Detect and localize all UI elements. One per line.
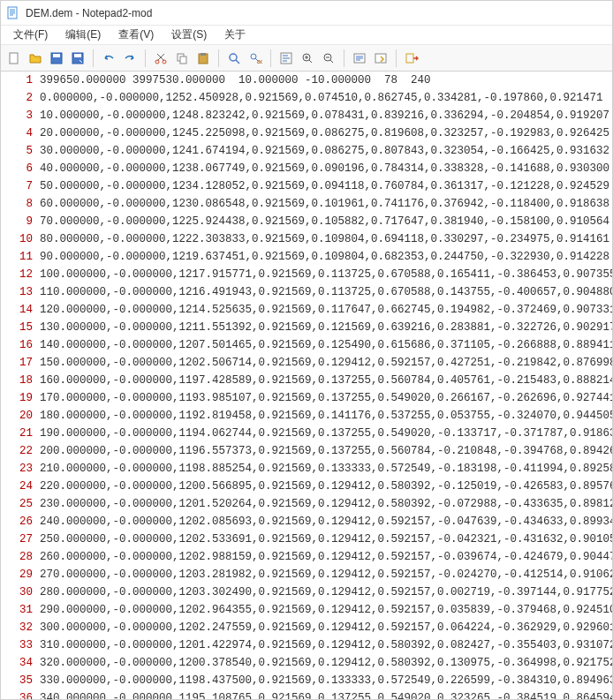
editor-area[interactable]: 1234567891011121314151617181920212223242… — [1, 72, 612, 699]
svg-rect-3 — [53, 54, 60, 57]
code-line[interactable]: 0.000000,-0.000000,1252.450928,0.921569,… — [40, 89, 612, 107]
svg-rect-1 — [10, 53, 18, 64]
line-number: 9 — [1, 213, 33, 230]
scheme-button[interactable] — [350, 49, 369, 68]
line-number: 14 — [1, 301, 33, 319]
paste-button[interactable] — [193, 49, 213, 68]
code-line[interactable]: 230.000000,-0.000000,1201.520264,0.92156… — [40, 495, 612, 513]
titlebar: DEM.dem - Notepad2-mod — [1, 1, 612, 26]
line-number: 26 — [1, 513, 33, 531]
app-icon — [6, 6, 20, 20]
code-line[interactable]: 20.000000,-0.000000,1245.225098,0.921569… — [40, 124, 612, 142]
line-number: 22 — [1, 442, 33, 460]
svg-text:ac: ac — [257, 58, 262, 64]
line-number: 10 — [1, 230, 33, 248]
code-line[interactable]: 340.000000,-0.000000,1195.108765,0.92156… — [40, 689, 612, 699]
line-number: 31 — [1, 601, 33, 619]
menu-file[interactable]: 文件(F) — [4, 26, 57, 44]
line-number: 7 — [1, 177, 33, 195]
code-line[interactable]: 110.000000,-0.000000,1216.491943,0.92156… — [40, 283, 612, 301]
code-line[interactable]: 10.000000,-0.000000,1248.823242,0.921569… — [40, 107, 612, 124]
customize-button[interactable] — [371, 49, 390, 68]
code-line[interactable]: 280.000000,-0.000000,1203.302490,0.92156… — [40, 583, 612, 601]
code-line[interactable]: 220.000000,-0.000000,1200.566895,0.92156… — [40, 478, 612, 495]
code-line[interactable]: 240.000000,-0.000000,1202.085693,0.92156… — [40, 513, 612, 531]
svg-rect-5 — [74, 54, 81, 57]
exit-button[interactable] — [402, 49, 421, 68]
save-as-button[interactable] — [68, 49, 87, 68]
code-line[interactable]: 260.000000,-0.000000,1202.988159,0.92156… — [40, 548, 612, 566]
code-content[interactable]: 399650.000000 3997530.000000 10.000000 -… — [38, 72, 612, 699]
code-line[interactable]: 210.000000,-0.000000,1198.885254,0.92156… — [40, 460, 612, 478]
code-line[interactable]: 90.000000,-0.000000,1219.637451,0.921569… — [40, 248, 612, 266]
code-line[interactable]: 270.000000,-0.000000,1203.281982,0.92156… — [40, 566, 612, 583]
menu-view[interactable]: 查看(V) — [110, 26, 163, 44]
toolbar-separator — [218, 49, 219, 67]
code-line[interactable]: 40.000000,-0.000000,1238.067749,0.921569… — [40, 160, 612, 177]
toolbar: ac — [1, 45, 612, 72]
code-line[interactable]: 50.000000,-0.000000,1234.128052,0.921569… — [40, 177, 612, 195]
code-line[interactable]: 140.000000,-0.000000,1207.501465,0.92156… — [40, 336, 612, 354]
line-number: 30 — [1, 583, 33, 601]
line-number: 13 — [1, 283, 33, 301]
code-line[interactable]: 290.000000,-0.000000,1202.964355,0.92156… — [40, 601, 612, 619]
cut-button[interactable] — [151, 49, 170, 68]
code-line[interactable]: 60.000000,-0.000000,1230.086548,0.921569… — [40, 195, 612, 213]
menu-edit[interactable]: 编辑(E) — [57, 26, 110, 44]
code-line[interactable]: 70.000000,-0.000000,1225.924438,0.921569… — [40, 213, 612, 230]
zoom-out-button[interactable] — [319, 49, 338, 68]
find-button[interactable] — [224, 49, 244, 68]
word-wrap-button[interactable] — [276, 49, 296, 68]
toolbar-separator — [270, 49, 271, 67]
save-button[interactable] — [47, 49, 66, 68]
line-number: 3 — [1, 107, 33, 124]
code-line[interactable]: 100.000000,-0.000000,1217.915771,0.92156… — [40, 266, 612, 283]
line-number-gutter: 1234567891011121314151617181920212223242… — [1, 72, 38, 699]
code-line[interactable]: 320.000000,-0.000000,1200.378540,0.92156… — [40, 654, 612, 672]
code-line[interactable]: 250.000000,-0.000000,1202.533691,0.92156… — [40, 531, 612, 548]
line-number: 11 — [1, 248, 33, 266]
toolbar-separator — [396, 49, 397, 67]
line-number: 2 — [1, 89, 33, 107]
open-file-button[interactable] — [26, 49, 45, 68]
menu-settings[interactable]: 设置(S) — [163, 26, 216, 44]
redo-button[interactable] — [120, 49, 140, 68]
line-number: 28 — [1, 548, 33, 566]
zoom-in-button[interactable] — [298, 49, 317, 68]
code-line[interactable]: 150.000000,-0.000000,1202.506714,0.92156… — [40, 354, 612, 372]
line-number: 5 — [1, 142, 33, 160]
code-line[interactable]: 200.000000,-0.000000,1196.557373,0.92156… — [40, 442, 612, 460]
menu-about[interactable]: 关于 — [216, 26, 254, 44]
line-number: 21 — [1, 425, 33, 442]
code-line[interactable]: 310.000000,-0.000000,1201.422974,0.92156… — [40, 636, 612, 654]
code-line[interactable]: 160.000000,-0.000000,1197.428589,0.92156… — [40, 372, 612, 389]
line-number: 15 — [1, 319, 33, 336]
line-number: 29 — [1, 566, 33, 583]
code-line[interactable]: 180.000000,-0.000000,1192.819458,0.92156… — [40, 407, 612, 425]
code-line[interactable]: 130.000000,-0.000000,1211.551392,0.92156… — [40, 319, 612, 336]
code-line[interactable]: 80.000000,-0.000000,1222.303833,0.921569… — [40, 230, 612, 248]
line-number: 17 — [1, 354, 33, 372]
svg-point-12 — [230, 54, 237, 61]
code-line[interactable]: 190.000000,-0.000000,1194.062744,0.92156… — [40, 425, 612, 442]
code-line[interactable]: 330.000000,-0.000000,1198.437500,0.92156… — [40, 672, 612, 689]
line-number: 33 — [1, 636, 33, 654]
replace-button[interactable]: ac — [246, 49, 265, 68]
copy-button[interactable] — [172, 49, 192, 68]
code-line[interactable]: 399650.000000 3997530.000000 10.000000 -… — [40, 72, 612, 89]
code-line[interactable]: 300.000000,-0.000000,1202.247559,0.92156… — [40, 619, 612, 636]
new-file-button[interactable] — [4, 49, 24, 68]
code-line[interactable]: 30.000000,-0.000000,1241.674194,0.921569… — [40, 142, 612, 160]
line-number: 27 — [1, 531, 33, 548]
line-number: 32 — [1, 619, 33, 636]
code-line[interactable]: 170.000000,-0.000000,1193.985107,0.92156… — [40, 389, 612, 407]
line-number: 1 — [1, 72, 33, 89]
line-number: 25 — [1, 495, 33, 513]
line-number: 12 — [1, 266, 33, 283]
line-number: 8 — [1, 195, 33, 213]
window-title: DEM.dem - Notepad2-mod — [26, 7, 152, 19]
line-number: 4 — [1, 124, 33, 142]
undo-button[interactable] — [99, 49, 118, 68]
line-number: 34 — [1, 654, 33, 672]
code-line[interactable]: 120.000000,-0.000000,1214.525635,0.92156… — [40, 301, 612, 319]
